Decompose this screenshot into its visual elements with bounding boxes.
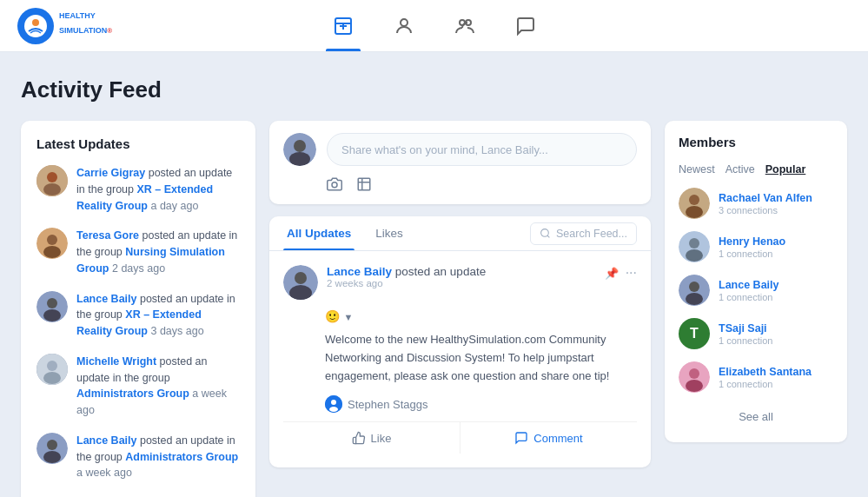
member-name[interactable]: Elizabeth Santana (719, 365, 833, 379)
member-name[interactable]: Lance Baily (719, 278, 833, 292)
members-tabs: Newest Active Popular (679, 163, 833, 176)
post-body: Welcome to the new HealthySimulation.com… (283, 331, 637, 385)
columns-layout: Latest Updates Carrie Gigray posted an u… (21, 121, 847, 497)
like-button[interactable]: Like (283, 422, 461, 454)
latest-updates-title: Latest Updates (36, 136, 240, 151)
main-nav (326, 0, 543, 51)
see-all-button[interactable]: See all (679, 405, 833, 428)
nav-activity[interactable] (326, 0, 361, 51)
camera-button[interactable] (327, 176, 342, 192)
svg-point-17 (43, 372, 61, 384)
svg-point-28 (295, 272, 307, 284)
member-info: TSaji Saji 1 connection (719, 321, 833, 346)
member-avatar: T (679, 318, 710, 349)
update-group-link[interactable]: Administrators Group (76, 388, 189, 400)
more-options-icon[interactable]: ··· (626, 265, 637, 281)
members-tab-active[interactable]: Active (726, 163, 755, 176)
page-content: Activity Feed Latest Updates Carrie Gigr… (0, 52, 868, 497)
search-feed-placeholder: Search Feed... (556, 228, 627, 240)
member-info: Rachael Van Alfen 3 connections (719, 191, 833, 215)
avatar (36, 165, 68, 196)
list-item: T TSaji Saji 1 connection (679, 318, 833, 349)
svg-point-26 (541, 229, 549, 237)
update-author-link[interactable]: Michelle Wright (76, 355, 156, 368)
list-item: Michelle Wright posted an update in the … (36, 354, 240, 419)
update-text: Lance Baily posted an update in the grou… (76, 433, 240, 481)
update-author-link[interactable]: Lance Baily (76, 293, 136, 305)
chart-button[interactable] (356, 176, 372, 192)
svg-point-13 (47, 298, 57, 308)
svg-point-22 (294, 140, 306, 152)
svg-point-34 (689, 195, 699, 205)
member-name[interactable]: TSaji Saji (719, 321, 833, 335)
members-tab-popular[interactable]: Popular (765, 163, 806, 176)
member-connections: 3 connections (719, 205, 833, 215)
member-avatar (679, 275, 710, 306)
logo-icon (17, 8, 54, 44)
nav-profile[interactable] (387, 0, 421, 51)
list-item: Rachael Van Alfen 3 connections (679, 188, 833, 219)
list-item: Carrie Gigray posted an update in the gr… (36, 165, 240, 214)
list-item: Lance Baily 1 connection (679, 275, 833, 306)
reaction-row: Stephen Staggs (283, 395, 637, 413)
member-connections: 1 connection (719, 379, 833, 389)
svg-point-10 (47, 235, 57, 245)
members-title: Members (679, 135, 833, 149)
svg-point-35 (686, 206, 703, 218)
member-name[interactable]: Rachael Van Alfen (719, 191, 833, 205)
pin-icon[interactable]: 📌 (605, 267, 619, 280)
post-footer: Like Comment (283, 421, 637, 454)
latest-updates-panel: Latest Updates Carrie Gigray posted an u… (21, 121, 255, 497)
svg-point-41 (686, 293, 703, 305)
svg-point-3 (401, 19, 407, 26)
avatar (36, 291, 68, 322)
svg-point-14 (43, 309, 61, 321)
member-connections: 1 connection (719, 335, 833, 346)
svg-point-44 (686, 380, 703, 392)
update-author-link[interactable]: Teresa Gore (76, 229, 139, 242)
post-input-row: Share what's on your mind, Lance Baily..… (283, 133, 637, 166)
comment-button[interactable]: Comment (461, 422, 637, 454)
feed-card: All Updates Likes Search Feed... (269, 216, 651, 467)
member-connections: 1 connection (719, 292, 833, 302)
svg-point-16 (47, 361, 57, 371)
reactor-name: Stephen Staggs (348, 398, 428, 411)
logo[interactable]: HEALTHY SIMULATION® (17, 8, 112, 44)
svg-point-38 (686, 249, 703, 262)
svg-point-37 (689, 238, 699, 248)
svg-point-20 (43, 451, 61, 463)
svg-point-7 (47, 172, 57, 182)
svg-point-43 (689, 368, 699, 379)
post-author-name[interactable]: Lance Baily posted an update (327, 265, 596, 278)
post-meta: Lance Baily posted an update 2 weeks ago (327, 265, 596, 288)
member-info: Henry Henao 1 connection (719, 235, 833, 259)
svg-point-8 (43, 183, 61, 195)
post-options: 📌 ··· (605, 265, 637, 281)
current-user-avatar (283, 133, 316, 166)
header: HEALTHY SIMULATION® (0, 0, 868, 52)
svg-point-40 (689, 282, 699, 292)
tab-likes[interactable]: Likes (372, 216, 407, 250)
update-author-link[interactable]: Lance Baily (76, 434, 136, 447)
update-author-link[interactable]: Carrie Gigray (76, 167, 145, 179)
member-connections: 1 connection (719, 248, 833, 259)
member-name[interactable]: Henry Henao (719, 235, 833, 248)
feed-column: Share what's on your mind, Lance Baily..… (269, 121, 651, 467)
svg-point-19 (47, 440, 57, 450)
tab-all-updates[interactable]: All Updates (283, 216, 354, 250)
member-avatar (679, 361, 710, 393)
update-group-link[interactable]: Administrators Group (125, 451, 238, 463)
svg-point-11 (43, 246, 61, 258)
post-header: Lance Baily posted an update 2 weeks ago… (283, 265, 637, 300)
search-feed[interactable]: Search Feed... (530, 222, 637, 245)
update-text: Michelle Wright posted an update in the … (76, 354, 240, 419)
list-item: Lance Baily posted an update in the grou… (36, 433, 240, 481)
post-author-avatar (283, 265, 318, 300)
post-actions-row (283, 176, 637, 192)
members-tab-newest[interactable]: Newest (679, 163, 715, 176)
list-item: Elizabeth Santana 1 connection (679, 361, 833, 393)
nav-groups[interactable] (447, 0, 482, 51)
post-placeholder[interactable]: Share what's on your mind, Lance Baily..… (327, 133, 637, 166)
svg-point-23 (289, 152, 310, 166)
nav-chat[interactable] (508, 0, 543, 51)
